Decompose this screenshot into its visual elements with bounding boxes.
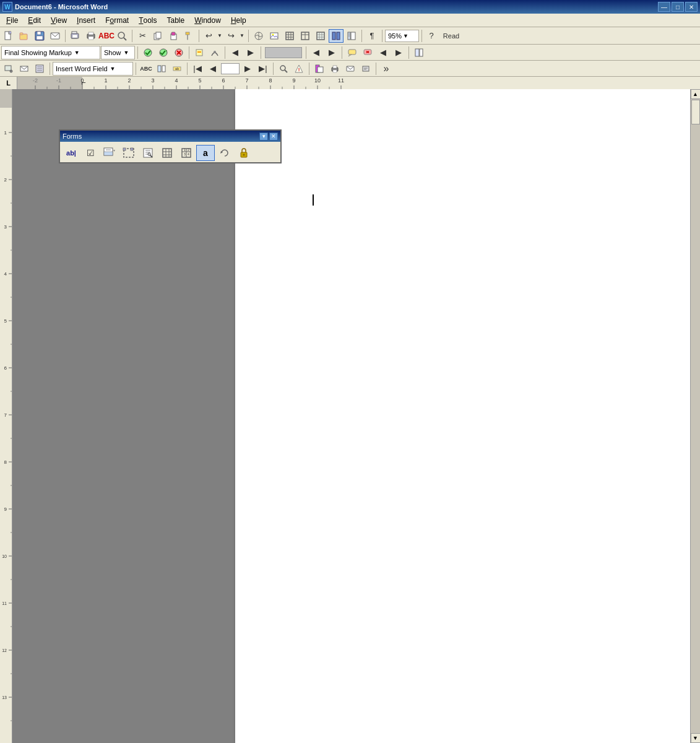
minimize-button[interactable]: —	[658, 2, 670, 12]
paste-button[interactable]	[166, 29, 181, 43]
redo-dropdown[interactable]: ▼	[238, 29, 246, 43]
document-canvas[interactable]: Forms ▾ ✕ ab| ☑	[12, 89, 690, 743]
merge-to-new-doc-button[interactable]	[312, 62, 327, 76]
print-button[interactable]	[84, 29, 98, 43]
spreadsheet-button[interactable]	[313, 29, 328, 43]
insert-word-field-dropdown[interactable]: Insert Word Field ▼	[53, 62, 133, 76]
insert-table-button[interactable]	[298, 29, 313, 43]
insert-table-form-button[interactable]: 1234	[177, 145, 196, 161]
highlight-changes-button[interactable]	[192, 46, 207, 59]
format-painter-button[interactable]	[181, 29, 196, 43]
form-field-shading-button[interactable]: a	[196, 145, 215, 161]
research-button[interactable]	[115, 29, 129, 43]
copy-button[interactable]	[150, 29, 165, 43]
tables-borders-button[interactable]	[282, 29, 297, 43]
menu-view[interactable]: View	[46, 14, 72, 27]
find-entry-button[interactable]	[276, 62, 291, 76]
zoom-box[interactable]: 95% ▼	[385, 30, 419, 42]
merge-to-printer-button[interactable]	[327, 62, 342, 76]
scroll-track[interactable]	[691, 99, 701, 733]
prev-comment-button[interactable]: ◀	[376, 46, 391, 59]
view-merged-button[interactable]	[154, 62, 169, 76]
main-area: 1 2 3 4 5 6 7 8 9 10	[0, 89, 700, 743]
menu-help[interactable]: Help	[226, 14, 251, 27]
scroll-thumb[interactable]	[691, 100, 700, 124]
menu-table[interactable]: Table	[162, 14, 190, 27]
show-dropdown[interactable]: Show ▼	[101, 46, 135, 59]
draw-table-button[interactable]	[158, 145, 176, 161]
design-mode-button[interactable]	[1, 62, 16, 76]
menu-edit[interactable]: Edit	[23, 14, 46, 27]
document-map-button[interactable]	[344, 29, 359, 43]
columns-button[interactable]	[329, 29, 344, 43]
close-button[interactable]: ✕	[685, 2, 698, 12]
new-comment-button[interactable]	[345, 46, 360, 59]
menu-tools[interactable]: Tools	[134, 14, 162, 27]
open-button[interactable]	[17, 29, 32, 43]
first-record-button[interactable]: |◀	[190, 62, 205, 76]
read-button[interactable]: Read	[439, 29, 464, 43]
reviewing-pane-button[interactable]	[412, 46, 426, 59]
cut-button[interactable]: ✂	[135, 29, 150, 43]
balloon-prev[interactable]: ◀	[309, 46, 324, 59]
reject-change-button[interactable]	[171, 46, 186, 59]
next-change-button[interactable]: ▶	[243, 46, 258, 59]
prev-change-button[interactable]: ◀	[228, 46, 243, 59]
highlight-field-button[interactable]: ab	[170, 62, 184, 76]
scroll-down-button[interactable]: ▼	[691, 733, 701, 743]
svg-rect-55	[348, 50, 356, 54]
insert-picture-button[interactable]	[267, 29, 282, 43]
reset-form-button[interactable]	[215, 145, 234, 161]
form-field-properties-button[interactable]	[139, 145, 157, 161]
next-record-button[interactable]: ▶	[240, 62, 255, 76]
tab-stop-marker[interactable]: ⌐	[81, 78, 86, 87]
merge-field-button[interactable]: ABC	[139, 62, 153, 76]
dropdown-form-field-button[interactable]	[100, 145, 119, 161]
document-page[interactable]	[235, 89, 690, 743]
merge-to-fax-button[interactable]	[358, 62, 373, 76]
checkbox-form-field-button[interactable]: ☑	[81, 145, 100, 161]
spelling-button[interactable]: ABC	[99, 29, 114, 43]
tab-stop-selector[interactable]: L	[0, 77, 17, 89]
delete-comment-button[interactable]	[360, 46, 375, 59]
last-record-button[interactable]: ▶|	[256, 62, 270, 76]
toolbar-more-button[interactable]: »	[379, 62, 394, 76]
accept-change-button[interactable]	[140, 46, 155, 59]
svg-text:4: 4	[4, 271, 7, 277]
insert-frame-button[interactable]	[119, 145, 138, 161]
svg-rect-40	[332, 32, 335, 40]
new-button[interactable]	[1, 29, 16, 43]
undo-button[interactable]: ↩	[202, 29, 215, 43]
text-form-field-button[interactable]: ab|	[62, 145, 80, 161]
forms-toolbar-title-bar[interactable]: Forms ▾ ✕	[60, 131, 280, 142]
balloon-next[interactable]: ▶	[324, 46, 339, 59]
svg-text:!: !	[298, 67, 300, 72]
envelope-button[interactable]	[17, 62, 32, 76]
undo-dropdown[interactable]: ▼	[216, 29, 223, 43]
accept-all-button[interactable]	[156, 46, 171, 59]
redo-button[interactable]: ↪	[224, 29, 238, 43]
menu-format[interactable]: Format	[100, 14, 134, 27]
maximize-button[interactable]: □	[672, 2, 684, 12]
menu-file[interactable]: File	[1, 14, 23, 27]
markup-mode-dropdown[interactable]: Final Showing Markup ▼	[1, 46, 100, 59]
scroll-up-button[interactable]: ▲	[691, 89, 701, 99]
record-number-box[interactable]	[221, 63, 240, 74]
label-button[interactable]	[32, 62, 47, 76]
show-hide-button[interactable]: ¶	[365, 29, 379, 43]
check-errors-button[interactable]: !	[292, 62, 306, 76]
track-changes-button[interactable]	[207, 46, 222, 59]
forms-close-button[interactable]: ✕	[269, 133, 278, 141]
prev-record-button[interactable]: ◀	[205, 62, 220, 76]
web-component-button[interactable]	[251, 29, 266, 43]
forms-minimize-button[interactable]: ▾	[259, 133, 268, 141]
help-button[interactable]: ?	[425, 29, 438, 43]
email-button[interactable]	[48, 29, 63, 43]
next-comment-button[interactable]: ▶	[391, 46, 406, 59]
save-button[interactable]	[32, 29, 47, 43]
protect-form-button[interactable]	[235, 145, 253, 161]
menu-insert[interactable]: Insert	[72, 14, 100, 27]
print-preview-button[interactable]	[68, 29, 83, 43]
menu-window[interactable]: Window	[189, 14, 226, 27]
merge-to-email-button[interactable]	[343, 62, 358, 76]
